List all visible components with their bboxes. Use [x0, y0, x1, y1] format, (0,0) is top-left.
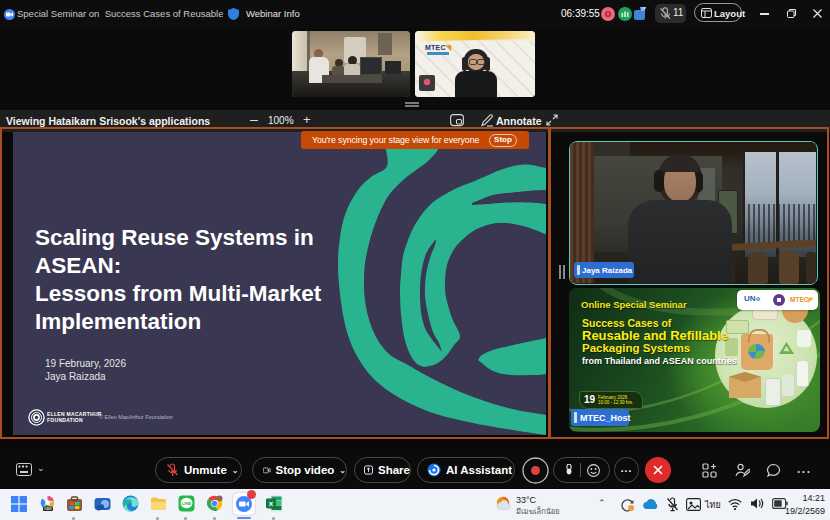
svg-text:LINE: LINE [182, 501, 192, 506]
svg-text:x: x [269, 499, 274, 508]
svg-text:RAW: RAW [44, 507, 51, 511]
